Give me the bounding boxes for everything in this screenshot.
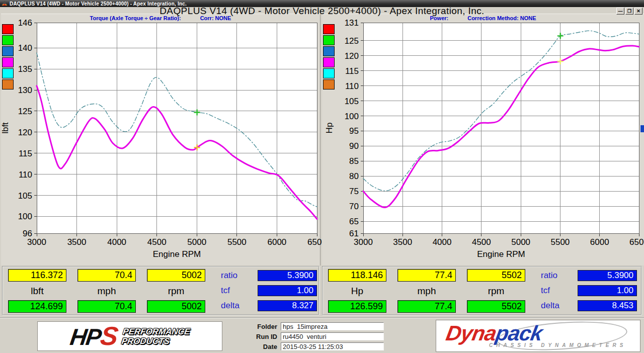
svg-text:130: 130 bbox=[18, 85, 32, 95]
svg-text:80: 80 bbox=[349, 171, 359, 181]
footer: HPS PERFORMANCE PRODUCTS Folder Run ID D… bbox=[0, 317, 644, 353]
window-edge-artifact bbox=[640, 125, 644, 132]
speed-current-value: 70.4 bbox=[77, 269, 136, 282]
runid-label: Run ID bbox=[224, 333, 281, 340]
hps-logo-s: S bbox=[99, 321, 119, 350]
svg-text:lbft: lbft bbox=[1, 122, 10, 134]
svg-text:6000: 6000 bbox=[590, 237, 609, 247]
rpm-current-value: 5002 bbox=[147, 269, 205, 282]
svg-text:120: 120 bbox=[18, 128, 32, 137]
ratio-label: ratio bbox=[541, 270, 574, 281]
window-controls: — ❐ ✕ bbox=[616, 8, 642, 15]
svg-text:140: 140 bbox=[18, 43, 32, 53]
svg-text:3000: 3000 bbox=[27, 237, 46, 247]
dynapack-tagline: CHASSIS DYNAMOMETERS bbox=[489, 342, 626, 348]
svg-text:75: 75 bbox=[349, 187, 359, 196]
rpm-reference-value: 5002 bbox=[147, 300, 205, 313]
tcf-value[interactable]: 1.00 bbox=[258, 285, 317, 296]
speed-current-value: 77.4 bbox=[397, 269, 456, 282]
torque-chart: 9610010511011512012513013514014630003500… bbox=[1, 22, 320, 266]
folder-label: Folder bbox=[224, 323, 281, 330]
svg-text:Hp: Hp bbox=[325, 123, 334, 134]
svg-text:95: 95 bbox=[349, 126, 359, 136]
svg-text:6500: 6500 bbox=[629, 237, 644, 247]
svg-text:115: 115 bbox=[19, 149, 32, 158]
delta-value: 8.453 bbox=[578, 300, 637, 311]
svg-text:4000: 4000 bbox=[433, 237, 452, 247]
speed-reference-value: 77.4 bbox=[397, 300, 456, 313]
date-field-row: Date bbox=[224, 342, 426, 350]
svg-text:100: 100 bbox=[18, 212, 32, 221]
svg-text:4500: 4500 bbox=[147, 237, 167, 247]
hps-logo-text: HPS bbox=[69, 324, 119, 348]
speed-unit-label: mph bbox=[397, 286, 456, 297]
svg-text:105: 105 bbox=[18, 191, 32, 201]
svg-text:5000: 5000 bbox=[187, 237, 206, 247]
tcf-label: tcf bbox=[541, 285, 574, 296]
svg-text:125: 125 bbox=[345, 36, 359, 46]
rpm-reference-value: 5502 bbox=[467, 300, 525, 313]
svg-text:5000: 5000 bbox=[511, 237, 530, 247]
runid-input[interactable] bbox=[281, 332, 384, 340]
ratio-value[interactable]: 5.3900 bbox=[258, 270, 317, 281]
torque-unit-label: lbft bbox=[8, 286, 66, 297]
svg-text:6000: 6000 bbox=[268, 237, 287, 247]
power-reference-value: 126.599 bbox=[328, 300, 386, 313]
svg-text:110: 110 bbox=[19, 170, 32, 180]
torque-readout-panel: 116.372 70.4 5002 lbft mph rpm 124.699 7… bbox=[2, 266, 319, 315]
svg-text:70: 70 bbox=[349, 202, 359, 211]
speed-reference-value: 70.4 bbox=[77, 300, 136, 313]
power-current-value: 118.146 bbox=[328, 269, 386, 282]
run-info-fields: Folder Run ID Date bbox=[224, 322, 426, 352]
restore-button[interactable]: ❐ bbox=[625, 8, 633, 15]
rpm-unit-label: rpm bbox=[147, 286, 205, 297]
power-chart: 6165707580859095100105110115120125131300… bbox=[322, 22, 644, 266]
svg-text:131: 131 bbox=[345, 18, 359, 28]
folder-field-row: Folder bbox=[224, 322, 426, 330]
svg-text:65: 65 bbox=[349, 217, 359, 226]
svg-text:135: 135 bbox=[18, 64, 32, 74]
torque-chart-panel: Torque (Axle Torque ÷ Gear Ratio): Corr:… bbox=[1, 14, 320, 266]
svg-text:Engine RPM: Engine RPM bbox=[477, 249, 525, 259]
svg-text:3500: 3500 bbox=[67, 237, 87, 247]
svg-text:4000: 4000 bbox=[107, 237, 126, 247]
svg-text:120: 120 bbox=[345, 51, 359, 61]
rpm-current-value: 5502 bbox=[467, 269, 525, 282]
svg-text:3000: 3000 bbox=[354, 237, 373, 247]
ratio-value[interactable]: 5.3900 bbox=[578, 270, 637, 281]
torque-current-value: 116.372 bbox=[8, 269, 66, 282]
close-button[interactable]: ✕ bbox=[634, 8, 642, 15]
delta-label: delta bbox=[541, 300, 574, 311]
hps-logo-subtext: PERFORMANCE PRODUCTS bbox=[121, 327, 191, 346]
svg-text:105: 105 bbox=[345, 97, 359, 106]
page-title: DAQPLUS V14 (4WD - Motor Vehicle 2500+40… bbox=[0, 6, 644, 17]
tcf-label: tcf bbox=[221, 285, 254, 296]
delta-value: 8.327 bbox=[258, 300, 317, 311]
power-readout-panel: 118.146 77.4 5502 Hp mph rpm 126.599 77.… bbox=[322, 266, 642, 315]
tcf-value[interactable]: 1.00 bbox=[578, 285, 637, 296]
rpm-unit-label: rpm bbox=[467, 286, 525, 297]
svg-text:85: 85 bbox=[349, 156, 359, 166]
svg-text:5500: 5500 bbox=[227, 237, 247, 247]
date-label: Date bbox=[224, 343, 281, 350]
torque-reference-value: 124.699 bbox=[8, 300, 66, 313]
svg-text:5500: 5500 bbox=[551, 237, 570, 247]
svg-text:146: 146 bbox=[18, 18, 32, 28]
svg-text:90: 90 bbox=[349, 141, 359, 151]
delta-label: delta bbox=[221, 300, 254, 311]
svg-text:115: 115 bbox=[345, 66, 359, 76]
hps-logo: HPS PERFORMANCE PRODUCTS bbox=[37, 321, 222, 351]
speed-unit-label: mph bbox=[77, 286, 136, 297]
date-input[interactable] bbox=[281, 342, 384, 350]
svg-text:3500: 3500 bbox=[393, 237, 412, 247]
power-chart-panel: Power: Correction Method: NONE 616570758… bbox=[322, 14, 644, 266]
folder-input[interactable] bbox=[281, 322, 384, 330]
runid-field-row: Run ID bbox=[224, 332, 426, 340]
dynapack-logo: Dynapack CHASSIS DYNAMOMETERS bbox=[436, 320, 640, 352]
ratio-label: ratio bbox=[221, 270, 254, 281]
svg-text:110: 110 bbox=[345, 81, 359, 91]
minimize-button[interactable]: — bbox=[616, 8, 624, 15]
svg-text:100: 100 bbox=[345, 112, 359, 121]
svg-text:125: 125 bbox=[18, 107, 32, 116]
power-unit-label: Hp bbox=[328, 286, 386, 297]
